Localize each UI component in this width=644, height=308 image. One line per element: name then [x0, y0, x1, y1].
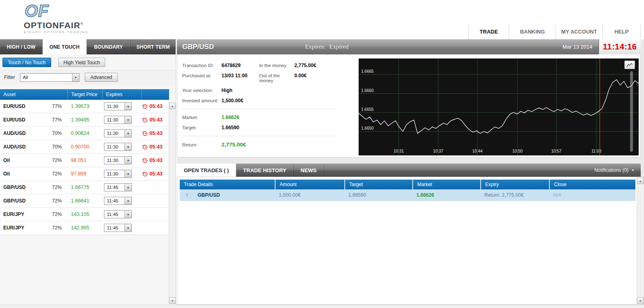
expires-cell: 11:30▼	[102, 102, 141, 110]
scroll-down-icon[interactable]: ▼	[637, 297, 644, 304]
asset-row[interactable]: EUR/USD77% 1.39495 11:30▼ 05:43	[0, 113, 169, 127]
chart-type-button[interactable]	[624, 61, 635, 69]
svg-text:10:37: 10:37	[433, 149, 443, 153]
expiry-select[interactable]: 11:30▼	[104, 116, 132, 124]
optionfair-logo-mark-icon: OF	[24, 2, 60, 20]
countdown-clock-icon	[142, 130, 148, 136]
tab-trade[interactable]: TRADE	[468, 24, 509, 39]
col-header-close: Close	[549, 180, 635, 189]
open-trades-table: Trade Details Amount Target Market Expir…	[180, 180, 635, 201]
asset-row[interactable]: EUR/JPY72% 143.105 11:45▼	[0, 208, 169, 221]
tab-open-trades[interactable]: OPEN TRADES ( )	[177, 164, 236, 177]
asset-payout-percent: 70%	[52, 144, 62, 150]
countdown-clock-icon	[142, 103, 148, 109]
countdown-timer: 05:43	[149, 117, 163, 123]
window-bottom-strip	[0, 305, 644, 308]
notifications-button[interactable]: Notifications (0) ▼	[594, 164, 641, 177]
tab-high-yield-touch[interactable]: High Yield Touch	[58, 58, 105, 67]
divider	[182, 136, 337, 136]
asset-row[interactable]: GBP/USD72% 1.66775 11:45▼	[0, 181, 169, 194]
tab-high-low[interactable]: HIGH / LOW	[0, 39, 43, 54]
filter-select[interactable]: All ▼	[20, 73, 79, 82]
expiry-select[interactable]: 11:30▼	[104, 170, 132, 178]
asset-name: GBP/USD	[3, 198, 26, 204]
target-value: 1.66590	[221, 125, 239, 130]
asset-row[interactable]: GBP/USD72% 1.66641 11:45▼	[0, 194, 169, 208]
open-trades-section: Trade Details Amount Target Market Expir…	[177, 177, 644, 305]
expires-cell: 11:30▼	[102, 129, 141, 137]
expires-cell: 11:45▼	[102, 197, 141, 205]
target-price-cell: 1.39495	[68, 117, 102, 123]
tab-help[interactable]: HELP	[602, 24, 641, 39]
asset-row[interactable]: EUR/USD77% 1.39573 11:30▼ 05:43	[0, 100, 169, 113]
expiry-select[interactable]: 11:45▼	[104, 224, 132, 232]
tab-news[interactable]: NEWS	[294, 164, 324, 177]
tab-short-term[interactable]: SHORT TERM	[131, 39, 176, 54]
target-price: 1.66641	[71, 198, 89, 204]
tab-my-account[interactable]: MY ACCOUNT	[556, 24, 602, 39]
invested-amount-value: 1,500.00€	[221, 98, 259, 103]
target-price-cell: 0.90700	[68, 144, 102, 150]
svg-text:1.6660: 1.6660	[361, 88, 374, 93]
transaction-id-label: Transaction ID:	[182, 63, 221, 68]
expiry-select[interactable]: 11:30▼	[104, 102, 132, 110]
expiry-time: 11:30	[104, 116, 124, 124]
asset-row[interactable]: Oil72% 98.051 11:30▼ 05:43	[0, 154, 169, 167]
tab-trade-history[interactable]: TRADE HISTORY	[236, 164, 294, 177]
tab-touch-no-touch[interactable]: Touch / No Touch	[2, 58, 51, 67]
asset-name: Oil	[3, 171, 10, 177]
expires-cell: 11:30▼	[102, 143, 141, 151]
target-price-cell: 142.955	[68, 225, 102, 231]
countdown-clock-icon	[142, 171, 148, 177]
trade-details-panel: Transaction ID: 6478629 In the money 2,7…	[177, 54, 641, 157]
countdown-timer: 05:43	[149, 130, 163, 136]
open-trade-row[interactable]: ↑ GBP/USD 1,500.00€ 1.66590 1.66626 Retu…	[180, 189, 635, 201]
asset-cell: EUR/JPY72%	[0, 225, 68, 231]
countdown-clock-icon	[142, 144, 148, 150]
chevron-down-icon: ▼	[124, 224, 131, 232]
expires-cell: 11:45▼	[102, 224, 141, 232]
advanced-button[interactable]: Advanced	[85, 73, 118, 82]
chart-scrollbar[interactable]	[630, 71, 633, 152]
asset-row[interactable]: AUD/USD70% 0.90700 11:30▼ 05:43	[0, 140, 169, 154]
scroll-up-icon[interactable]: ▲	[169, 103, 176, 109]
asset-name: EUR/JPY	[3, 225, 24, 231]
asset-payout-percent: 72%	[52, 211, 62, 217]
svg-text:1.6665: 1.6665	[361, 69, 374, 74]
col-header-target-price: Target Price	[68, 89, 102, 100]
tab-one-touch[interactable]: ONE TOUCH	[43, 39, 87, 54]
purchased-at-label: Purchased at:	[182, 73, 221, 78]
tab-banking[interactable]: BANKING	[509, 24, 556, 39]
tab-boundary[interactable]: BOUNDARY	[87, 39, 131, 54]
expiry-select[interactable]: 11:30▼	[104, 129, 132, 137]
open-trades-scrollbar[interactable]: ▲ ▼	[637, 178, 643, 304]
countdown-timer: 05:43	[149, 144, 163, 150]
asset-row[interactable]: Oil72% 97.899 11:30▼ 05:43	[0, 167, 169, 181]
expiry-select[interactable]: 11:45▼	[104, 197, 132, 205]
countdown-timer: 05:43	[149, 171, 163, 177]
asset-list-scrollbar[interactable]: ▲ ▼	[169, 103, 176, 304]
asset-name: EUR/USD	[3, 117, 25, 123]
target-price-cell: 1.39573	[68, 103, 102, 109]
expiry-select[interactable]: 11:30▼	[104, 156, 132, 164]
asset-row[interactable]: EUR/JPY72% 142.955 11:45▼	[0, 221, 169, 235]
chevron-down-icon: ▼	[124, 184, 131, 191]
your-selection-label: Your selection:	[182, 88, 221, 93]
expires-cell: 11:30▼	[102, 156, 141, 164]
asset-row[interactable]: AUD/USD70% 0.90624 11:30▼ 05:43	[0, 127, 169, 140]
expiry-select[interactable]: 11:45▼	[104, 210, 132, 218]
optionfair-logo[interactable]: OF OPTIONFAIR® BINARY OPTIONS TRADING	[24, 2, 89, 34]
line-chart-icon	[626, 63, 633, 67]
scroll-down-icon[interactable]: ▼	[169, 297, 176, 304]
in-the-money-label: In the money	[259, 63, 294, 68]
target-price-cell: 98.051	[68, 157, 102, 163]
expiry-select[interactable]: 11:30▼	[104, 143, 132, 151]
asset-cell: EUR/USD77%	[0, 103, 68, 109]
expires-value: Expired	[329, 43, 348, 50]
scroll-up-icon[interactable]: ▲	[637, 178, 644, 184]
expires-cell: 11:30▼	[102, 170, 141, 178]
trade-expires: Expires: Expired	[305, 43, 348, 50]
svg-text:1.6655: 1.6655	[361, 107, 374, 112]
expires-cell: 11:45▼	[102, 183, 141, 191]
expiry-select[interactable]: 11:45▼	[104, 183, 132, 191]
